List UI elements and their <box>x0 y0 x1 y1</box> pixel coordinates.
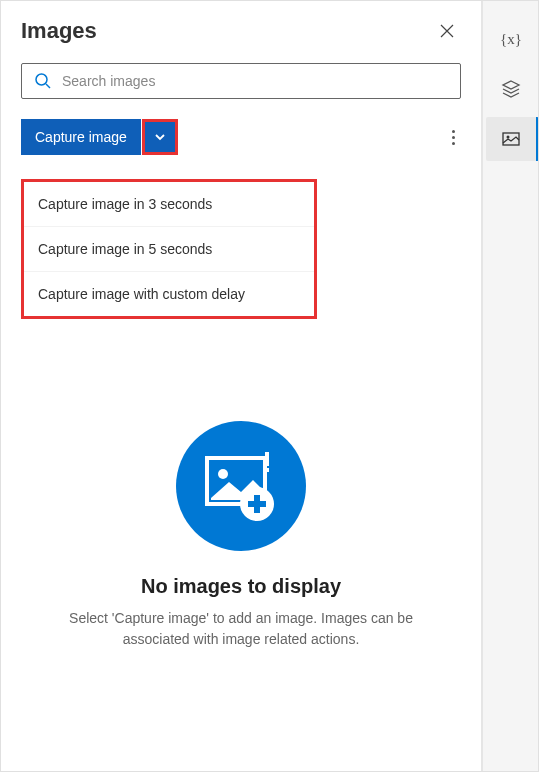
toolbar: Capture image <box>21 119 461 155</box>
svg-rect-8 <box>248 501 266 507</box>
capture-dropdown-menu: Capture image in 3 seconds Capture image… <box>21 179 317 319</box>
panel-header: Images <box>21 17 461 45</box>
sidebar-item-layers[interactable] <box>487 67 535 111</box>
images-panel: Images Capture image Capture image in 3 … <box>1 1 482 771</box>
right-sidebar: {x} <box>482 1 538 771</box>
svg-point-0 <box>36 74 47 85</box>
more-options-button[interactable] <box>446 124 461 151</box>
svg-point-11 <box>506 136 509 139</box>
layers-icon <box>501 79 521 99</box>
search-box[interactable] <box>21 63 461 99</box>
svg-rect-4 <box>265 468 269 472</box>
svg-rect-10 <box>503 133 519 145</box>
close-button[interactable] <box>433 17 461 45</box>
dropdown-item-custom[interactable]: Capture image with custom delay <box>24 272 314 316</box>
dot-icon <box>452 142 455 145</box>
capture-dropdown-toggle[interactable] <box>142 119 178 155</box>
dot-icon <box>452 136 455 139</box>
chevron-down-icon <box>153 130 167 144</box>
dot-icon <box>452 130 455 133</box>
empty-state-title: No images to display <box>51 575 431 598</box>
svg-line-1 <box>46 84 50 88</box>
sidebar-item-images[interactable] <box>486 117 539 161</box>
variables-icon: {x} <box>500 28 522 50</box>
capture-image-button[interactable]: Capture image <box>21 119 141 155</box>
svg-rect-3 <box>265 452 269 466</box>
dropdown-item-3sec[interactable]: Capture image in 3 seconds <box>24 182 314 227</box>
svg-text:{x}: {x} <box>500 31 522 47</box>
search-icon <box>34 72 52 90</box>
images-icon <box>501 129 521 149</box>
image-plus-icon <box>201 448 281 524</box>
svg-point-5 <box>218 469 228 479</box>
empty-state-icon <box>176 421 306 551</box>
dropdown-item-5sec[interactable]: Capture image in 5 seconds <box>24 227 314 272</box>
empty-state-description: Select 'Capture image' to add an image. … <box>51 608 431 650</box>
capture-split-button: Capture image <box>21 119 178 155</box>
close-icon <box>440 24 454 38</box>
empty-state: No images to display Select 'Capture ima… <box>1 421 481 650</box>
sidebar-item-variables[interactable]: {x} <box>487 17 535 61</box>
search-input[interactable] <box>62 73 448 89</box>
panel-title: Images <box>21 18 97 44</box>
